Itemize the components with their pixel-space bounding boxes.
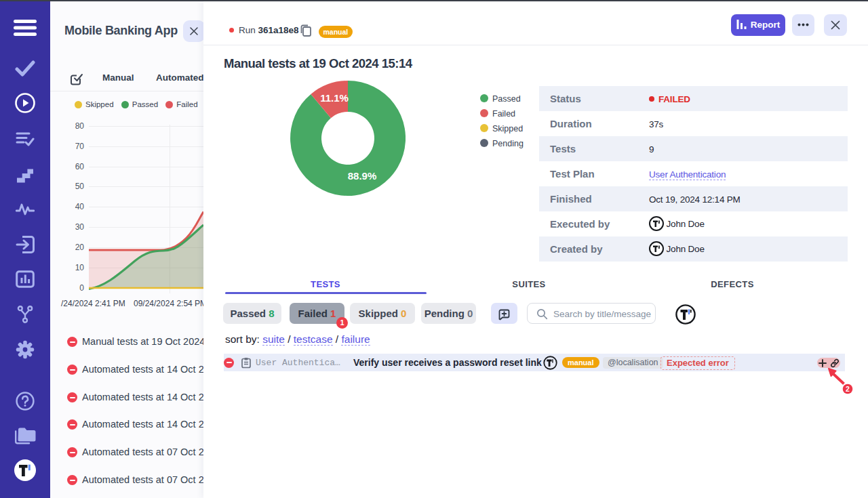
svg-text:11.1%: 11.1%	[320, 92, 349, 104]
svg-text:2: 2	[846, 385, 850, 393]
svg-text:88.9%: 88.9%	[348, 170, 377, 182]
